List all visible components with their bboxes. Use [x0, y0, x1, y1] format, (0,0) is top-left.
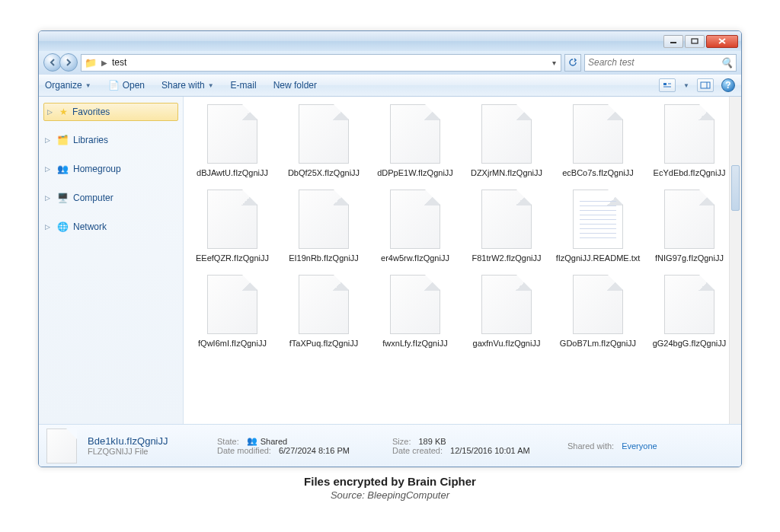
sidebar-item-computer[interactable]: ▷ 🖥️ Computer	[39, 188, 183, 208]
breadcrumb-separator-icon: ▶	[101, 59, 107, 67]
refresh-button[interactable]	[564, 54, 581, 72]
file-icon	[664, 190, 714, 249]
details-pane: Bde1kIu.fIzQgniJJ FLZQGNIJJ File State: …	[39, 424, 741, 467]
details-modified-value: 6/27/2024 8:16 PM	[279, 446, 350, 455]
sidebar-label-computer: Computer	[73, 193, 113, 203]
network-icon: 🌐	[57, 221, 69, 232]
close-button[interactable]	[706, 35, 738, 48]
email-label: E-mail	[231, 80, 257, 91]
selected-file-icon	[46, 428, 77, 464]
details-shared-value[interactable]: Everyone	[622, 441, 657, 451]
maximize-button[interactable]	[685, 35, 705, 48]
explorer-window: 📁 ▶ test ▾ 🔍 Organize ▼ 📄 Open Share wit…	[38, 30, 742, 467]
forward-button[interactable]	[59, 53, 78, 72]
file-icon	[299, 190, 349, 249]
organize-menu[interactable]: Organize ▼	[45, 80, 91, 91]
file-item[interactable]: GDoB7Lm.fIzQgniJJ	[552, 275, 644, 349]
sidebar-item-favorites[interactable]: ▷ ★ Favorites	[43, 103, 178, 121]
file-icon	[390, 104, 440, 164]
people-icon: 👥	[247, 436, 257, 446]
file-icon	[664, 275, 714, 334]
file-icon	[207, 104, 257, 164]
file-icon	[207, 275, 257, 334]
svg-rect-7	[701, 82, 710, 88]
file-item[interactable]: fwxnLfy.fIzQgniJJ	[369, 275, 461, 349]
file-item[interactable]: er4w5rw.fIzQgniJJ	[369, 190, 461, 264]
search-input[interactable]	[588, 57, 721, 68]
file-name-label: fTaXPuq.fIzQgniJJ	[289, 339, 359, 349]
file-icon	[664, 104, 714, 164]
details-shared-label: Shared with:	[567, 441, 619, 451]
sidebar-label-network: Network	[73, 221, 107, 232]
file-icon	[573, 104, 623, 164]
file-item[interactable]: dDPpE1W.fIzQgniJJ	[369, 104, 461, 179]
file-item[interactable]: fIzQgniJJ.README.txt	[552, 190, 644, 264]
file-item[interactable]: gG24bgG.fIzQgniJJ	[644, 275, 735, 349]
sidebar-label-favorites: Favorites	[72, 107, 110, 117]
caption-source: Source: BleepingComputer	[38, 489, 742, 501]
file-item[interactable]: EI19nRb.fIzQgniJJ	[278, 190, 369, 264]
title-bar	[39, 31, 741, 51]
search-box[interactable]: 🔍	[584, 54, 737, 72]
file-item[interactable]: fQwI6mI.fIzQgniJJ	[187, 275, 278, 349]
expand-icon[interactable]: ▷	[45, 165, 53, 173]
file-name-label: EcYdEbd.fIzQgniJJ	[654, 168, 726, 179]
file-item[interactable]: EEefQZR.fIzQgniJJ	[187, 190, 278, 264]
change-view-button[interactable]	[659, 78, 676, 92]
file-name-label: fNIG97g.fIzQgniJJ	[655, 253, 724, 264]
file-item[interactable]: gaxfnVu.fIzQgniJJ	[461, 275, 552, 349]
email-button[interactable]: E-mail	[231, 80, 257, 91]
new-folder-button[interactable]: New folder	[273, 80, 317, 91]
minimize-button[interactable]	[663, 35, 683, 48]
file-name-label: dDPpE1W.fIzQgniJJ	[377, 168, 453, 179]
search-icon[interactable]: 🔍	[721, 57, 733, 68]
file-icon	[390, 190, 440, 249]
file-item[interactable]: fTaXPuq.fIzQgniJJ	[278, 275, 369, 349]
file-name-label: fwxnLfy.fIzQgniJJ	[382, 339, 447, 349]
help-button[interactable]: ?	[721, 78, 735, 92]
file-icon	[207, 190, 257, 249]
svg-rect-1	[692, 39, 698, 43]
details-created-label: Date created:	[392, 446, 447, 455]
breadcrumb-folder[interactable]: test	[112, 57, 126, 68]
chevron-down-icon[interactable]: ▾	[551, 59, 558, 67]
scrollbar-thumb[interactable]	[731, 165, 740, 211]
libraries-icon: 🗂️	[57, 135, 69, 145]
scrollbar[interactable]	[729, 97, 741, 424]
explorer-body: ▷ ★ Favorites ▷ 🗂️ Libraries ▷ 👥 Homegro…	[39, 97, 741, 424]
expand-icon[interactable]: ▷	[45, 223, 53, 231]
file-item[interactable]: ecBCo7s.fIzQgniJJ	[552, 104, 644, 179]
sidebar-item-libraries[interactable]: ▷ 🗂️ Libraries	[39, 130, 183, 150]
file-name-label: fIzQgniJJ.README.txt	[556, 253, 641, 264]
details-filetype: FLZQGNIJJ File	[88, 447, 217, 456]
organize-label: Organize	[45, 80, 82, 91]
expand-icon[interactable]: ▷	[45, 136, 53, 144]
file-icon	[481, 275, 532, 334]
share-menu[interactable]: Share with ▼	[161, 80, 214, 91]
file-icon	[299, 104, 349, 164]
expand-icon[interactable]: ▷	[45, 194, 53, 202]
file-list[interactable]: dBJAwtU.fIzQgniJJDbQf25X.fIzQgniJJdDPpE1…	[184, 97, 741, 424]
file-item[interactable]: EcYdEbd.fIzQgniJJ	[644, 104, 735, 179]
document-icon: 📄	[108, 80, 120, 91]
address-row: 📁 ▶ test ▾ 🔍	[39, 51, 741, 74]
caption-title: Files encrypted by Brain Cipher	[38, 475, 742, 488]
file-item[interactable]: fNIG97g.fIzQgniJJ	[644, 190, 735, 264]
file-name-label: er4w5rw.fIzQgniJJ	[381, 253, 449, 264]
sidebar-item-network[interactable]: ▷ 🌐 Network	[39, 217, 183, 237]
file-item[interactable]: F81trW2.fIzQgniJJ	[461, 190, 552, 264]
file-name-label: ecBCo7s.fIzQgniJJ	[562, 168, 634, 179]
chevron-down-icon[interactable]: ▼	[683, 82, 689, 89]
open-button[interactable]: 📄 Open	[108, 80, 145, 91]
sidebar-item-homegroup[interactable]: ▷ 👥 Homegroup	[39, 159, 183, 179]
address-bar[interactable]: 📁 ▶ test ▾	[81, 54, 561, 72]
star-icon: ★	[59, 107, 68, 117]
preview-pane-button[interactable]	[697, 78, 714, 92]
navigation-pane: ▷ ★ Favorites ▷ 🗂️ Libraries ▷ 👥 Homegro…	[39, 97, 184, 424]
expand-icon[interactable]: ▷	[47, 108, 55, 116]
file-item[interactable]: DbQf25X.fIzQgniJJ	[278, 104, 369, 179]
file-name-label: dBJAwtU.fIzQgniJJ	[197, 168, 268, 179]
file-item[interactable]: dBJAwtU.fIzQgniJJ	[187, 104, 278, 179]
file-item[interactable]: DZXjrMN.fIzQgniJJ	[461, 104, 552, 179]
file-name-label: DZXjrMN.fIzQgniJJ	[471, 168, 542, 179]
